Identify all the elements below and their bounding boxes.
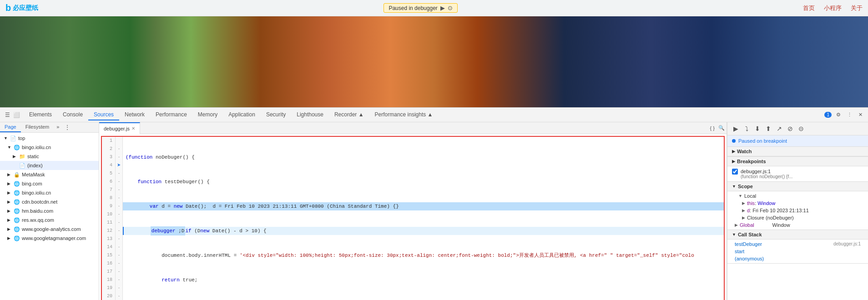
ln-3: 3 xyxy=(105,153,112,161)
ft-tab-page[interactable]: Page xyxy=(0,122,21,132)
scope-d[interactable]: ▶ d: Fri Feb 10 2023 21:13:11 xyxy=(727,207,868,214)
step-button[interactable]: ⊙ xyxy=(448,5,453,11)
tree-icon-baidu: 🌐 xyxy=(14,208,20,214)
tree-top[interactable]: ▼ 📄 top xyxy=(0,134,99,143)
scope-local[interactable]: ▼ Local xyxy=(727,192,868,200)
tab-performance[interactable]: Performance xyxy=(150,110,192,120)
breakpoints-header[interactable]: ▶ Breakpoints xyxy=(727,157,868,166)
tree-label-index: (index) xyxy=(27,163,43,168)
tree-icon-static: 📁 xyxy=(19,154,25,160)
tab-lighthouse[interactable]: Lighthouse xyxy=(291,110,329,120)
nav-home[interactable]: 首页 xyxy=(803,4,815,12)
tree-arrow-baidu: ▶ xyxy=(7,209,12,213)
scope-header[interactable]: ▼ Scope xyxy=(727,182,868,191)
debug-step-over-btn[interactable]: ⤵ xyxy=(742,124,751,133)
tab-network[interactable]: Network xyxy=(119,110,150,120)
cs-item-3[interactable]: (anonymous) xyxy=(727,255,868,262)
scope-this[interactable]: ▶ this: Window xyxy=(727,200,868,207)
tab-perf-insights[interactable]: Performance insights ▲ xyxy=(369,110,439,120)
tree-baidu[interactable]: ▶ 🌐 hm.baidu.com xyxy=(0,206,99,215)
gr-12: - xyxy=(116,227,122,235)
more-icon[interactable]: ⋮ xyxy=(845,111,854,118)
cs-fn-1: testDebuger xyxy=(735,241,762,247)
paused-notice-text: Paused on breakpoint xyxy=(738,138,787,144)
debug-step-btn[interactable]: ↗ xyxy=(775,124,784,133)
tree-icon-bing: 🌐 xyxy=(14,181,20,187)
tab-memory[interactable]: Memory xyxy=(192,110,223,120)
tree-icon-bingo: 🌐 xyxy=(14,145,20,150)
tree-icon-qq: 🌐 xyxy=(14,217,20,223)
tree-metamask[interactable]: ▶ 🔒 MetaMask xyxy=(0,170,99,179)
tree-arrow-mm: ▶ xyxy=(7,172,12,177)
code-tab-debugger[interactable]: debugger.js ✕ xyxy=(99,122,140,134)
scope-closure[interactable]: ▶ Closure (noDebuger) xyxy=(727,214,868,221)
scope-arrow: ▼ xyxy=(732,184,736,189)
code-format-btn[interactable]: { } xyxy=(708,125,717,131)
close-icon[interactable]: ✕ xyxy=(857,111,864,118)
bp-code-1: (function noDebuger() {f... xyxy=(741,174,793,179)
tree-arrow-qq: ▶ xyxy=(7,218,12,222)
scope-closure-label: Closure (noDebuger) xyxy=(747,215,794,220)
ft-dots-btn[interactable]: ⋮ xyxy=(62,122,73,132)
tree-icon-ga: 🌐 xyxy=(14,226,20,232)
cs-item-2[interactable]: start xyxy=(727,248,868,255)
nav-miniprogram[interactable]: 小程序 xyxy=(824,4,842,12)
ft-tab-filesystem[interactable]: Filesystem xyxy=(21,122,54,132)
device-icon[interactable]: ⬜ xyxy=(13,111,20,119)
gr-13: - xyxy=(116,235,122,243)
debug-deactivate-btn[interactable]: ⊘ xyxy=(786,124,795,133)
breakpoints-section: ▶ Breakpoints debugger.js:1 (function no… xyxy=(727,157,868,182)
tree-index[interactable]: 📄 (index) xyxy=(0,161,99,170)
tree-icon-gtm: 🌐 xyxy=(14,235,20,241)
bp-checkbox-1[interactable] xyxy=(732,169,738,175)
debug-step-out-btn[interactable]: ⬆ xyxy=(764,124,773,133)
ft-more-btn[interactable]: » xyxy=(54,122,62,132)
paused-text: Paused in debugger xyxy=(389,5,437,11)
resume-button[interactable]: ▶ xyxy=(440,5,445,11)
watch-header[interactable]: ▶ Watch xyxy=(727,147,868,156)
code-search-btn[interactable]: 🔍 xyxy=(717,125,727,131)
debug-resume-btn[interactable]: ▶ xyxy=(731,124,740,133)
inspect-icon[interactable]: ☰ xyxy=(4,111,11,119)
ln-10: 10 xyxy=(105,210,112,219)
cs-label: Call Stack xyxy=(738,232,762,237)
tree-bingo2[interactable]: ▶ 🌐 bingo.ioliu.cn xyxy=(0,188,99,197)
tree-ga[interactable]: ▶ 🌐 www.google-analytics.com xyxy=(0,225,99,234)
tree-qq[interactable]: ▶ 🌐 res.wx.qq.com xyxy=(0,215,99,225)
tree-icon-top: 📄 xyxy=(10,135,16,141)
tree-bing[interactable]: ▶ 🌐 bing.com xyxy=(0,179,99,188)
scope-label: Scope xyxy=(738,184,753,189)
tab-elements[interactable]: Elements xyxy=(24,110,57,120)
tab-application[interactable]: Application xyxy=(223,110,261,120)
tree-label-static: static xyxy=(27,154,39,159)
call-stack-header[interactable]: ▼ Call Stack xyxy=(727,230,868,240)
tab-recorder[interactable]: Recorder ▲ xyxy=(329,110,369,120)
code-content: 1 2 3 4 5 6 7 8 9 10 11 12 13 14 15 16 1 xyxy=(101,136,725,300)
tree-static[interactable]: ▶ 📁 static xyxy=(0,152,99,161)
debugger-controls: ▶ ⤵ ⬇ ⬆ ↗ ⊘ ⊝ xyxy=(727,122,868,135)
code-line-4: debugger ;Dif (Dnew Date() - d > 10) { xyxy=(123,227,724,235)
cs-item-1[interactable]: testDebuger debugger.js:1 xyxy=(727,240,868,248)
code-line-2: function testDebuger() { xyxy=(123,178,724,186)
tab-security[interactable]: Security xyxy=(261,110,291,120)
nav-about[interactable]: 关于 xyxy=(851,4,863,12)
code-tab-close[interactable]: ✕ xyxy=(131,126,135,131)
devtools-icons: ☰ ⬜ xyxy=(4,111,20,119)
code-lines: (function noDebuger() { function testDeb… xyxy=(123,137,724,300)
gr-10: - xyxy=(116,210,122,219)
settings-icon[interactable]: ⚙ xyxy=(834,111,843,118)
tree-cdn[interactable]: ▶ 🌐 cdn.bootcdn.net xyxy=(0,197,99,206)
scope-d-label: d: Fri Feb 10 2023 21:13:11 xyxy=(747,208,809,213)
tree-gtm[interactable]: ▶ 🌐 www.googletagmanager.com xyxy=(0,234,99,243)
bp-arrow: ▶ xyxy=(732,159,735,164)
scope-global[interactable]: ▶ Global Window xyxy=(727,221,868,229)
tree-label-ga: www.google-analytics.com xyxy=(22,226,81,232)
paused-badge: Paused in debugger ▶ ⊙ xyxy=(384,3,457,13)
tree-bingo[interactable]: ▼ 🌐 bingo.ioliu.cn xyxy=(0,143,99,152)
debug-pause-exceptions-btn[interactable]: ⊝ xyxy=(797,124,806,133)
tab-console[interactable]: Console xyxy=(57,110,88,120)
tab-sources[interactable]: Sources xyxy=(88,110,119,120)
debug-step-into-btn[interactable]: ⬇ xyxy=(753,124,762,133)
gr-7: - xyxy=(116,186,122,194)
gr-9: - xyxy=(116,202,122,210)
